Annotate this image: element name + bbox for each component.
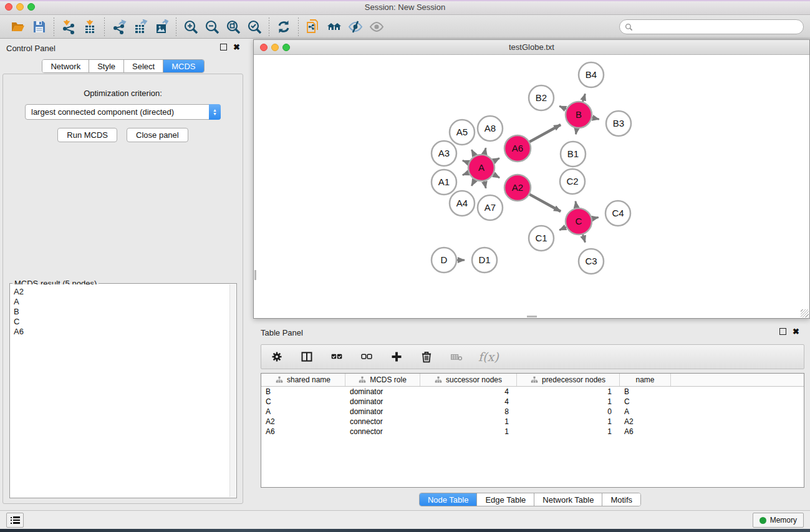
network-window-title: testGlobe.txt: [254, 42, 809, 52]
result-list-scrollbar[interactable]: [229, 284, 236, 497]
memory-button[interactable]: Memory: [753, 513, 804, 528]
delete-column-button[interactable]: [418, 349, 435, 365]
zoom-selected-button[interactable]: [244, 17, 265, 36]
function-builder-button[interactable]: f(x): [478, 349, 499, 365]
panel-menu-button[interactable]: [6, 513, 24, 528]
edge-A6-B[interactable]: [529, 125, 561, 142]
search-input[interactable]: [635, 21, 803, 33]
deselect-all-columns-button[interactable]: [359, 349, 375, 365]
add-column-button[interactable]: [388, 349, 405, 365]
edge-A-A3[interactable]: [463, 160, 469, 163]
edge-A-A5[interactable]: [471, 150, 475, 156]
column-header-label: shared name: [287, 375, 330, 384]
export-network-button[interactable]: [108, 17, 130, 36]
edge-B-B1[interactable]: [576, 128, 577, 135]
tab-mcds[interactable]: MCDS: [163, 60, 203, 72]
table-cell: B: [620, 387, 671, 396]
edge-C-C3[interactable]: [583, 235, 586, 242]
edge-A-A4[interactable]: [471, 180, 475, 186]
vertical-scroll-thumb[interactable]: [254, 270, 256, 280]
node-label-B2: B2: [536, 92, 547, 103]
edge-B-B4[interactable]: [583, 94, 586, 102]
table-row[interactable]: Cdominator41C: [261, 397, 804, 407]
mcds-tab-content: Optimization criterion: largest connecte…: [2, 74, 243, 504]
mcds-result-item[interactable]: A2: [14, 287, 229, 297]
edge-C-C4[interactable]: [592, 217, 599, 218]
open-session-button[interactable]: [7, 17, 29, 36]
optimization-criterion-dropdown[interactable]: largest connected component (directed) ▲…: [25, 104, 221, 120]
node-label-A3: A3: [438, 148, 450, 158]
import-network-button[interactable]: [58, 17, 79, 36]
tab-select[interactable]: Select: [124, 60, 163, 72]
column-header-name[interactable]: name: [620, 374, 671, 386]
column-header-successor-nodes[interactable]: successor nodes: [420, 374, 517, 386]
column-header-shared-name[interactable]: shared name: [261, 374, 345, 386]
table-row[interactable]: A2connector11A2: [261, 417, 804, 427]
run-mcds-button[interactable]: Run MCDS: [57, 128, 117, 142]
search-box: [619, 19, 804, 34]
tab-motifs[interactable]: Motifs: [602, 493, 640, 506]
select-all-columns-button[interactable]: [329, 349, 345, 365]
first-neighbors-button[interactable]: [324, 17, 345, 36]
horizontal-scroll-thumb[interactable]: [527, 316, 537, 317]
tab-node-table[interactable]: Node Table: [420, 493, 478, 506]
memory-label: Memory: [770, 516, 797, 525]
table-cell: C: [261, 397, 345, 406]
mcds-result-item[interactable]: A: [14, 297, 229, 307]
edge-A-A6[interactable]: [493, 158, 499, 162]
node-label-A8: A8: [485, 123, 496, 133]
hide-selected-button[interactable]: [345, 17, 366, 36]
zoom-in-button[interactable]: [180, 17, 201, 36]
new-network-from-selection-button[interactable]: [302, 17, 324, 36]
edge-A-A7[interactable]: [485, 181, 486, 188]
tab-network[interactable]: Network: [42, 60, 89, 72]
column-header-MCDS-role[interactable]: MCDS role: [345, 374, 420, 386]
edge-B-B2[interactable]: [559, 106, 566, 109]
edge-B-B3[interactable]: [592, 118, 599, 119]
column-header-predecessor-nodes[interactable]: predecessor nodes: [517, 374, 620, 386]
show-all-button[interactable]: [366, 17, 387, 36]
import-table-button[interactable]: [79, 17, 100, 36]
edge-C-C1[interactable]: [559, 227, 566, 230]
node-label-C3: C3: [585, 256, 597, 266]
export-image-button[interactable]: [151, 17, 172, 36]
tab-edge-table[interactable]: Edge Table: [477, 493, 534, 506]
float-table-panel-button[interactable]: [779, 328, 786, 335]
delete-table-button[interactable]: [448, 349, 465, 365]
edge-A-A2[interactable]: [493, 175, 499, 178]
table-row[interactable]: A6connector11A6: [261, 427, 804, 437]
table-row[interactable]: Adominator80A: [261, 407, 804, 417]
table-row[interactable]: Bdominator41B: [261, 387, 804, 397]
node-label-C2: C2: [566, 176, 578, 186]
table-cell: 1: [517, 417, 620, 426]
close-panel-button[interactable]: ✖: [233, 44, 240, 51]
edge-A-A8[interactable]: [485, 148, 486, 154]
tab-style[interactable]: Style: [89, 60, 124, 72]
eye-slash-icon: [348, 19, 363, 34]
zoom-fit-button[interactable]: [223, 17, 244, 36]
table-settings-button[interactable]: [269, 349, 285, 365]
tab-network-table[interactable]: Network Table: [534, 493, 602, 506]
mcds-result-item[interactable]: C: [14, 317, 229, 327]
table-cell: A6: [620, 427, 671, 436]
table-cell: A6: [261, 427, 345, 436]
window-resize-grip[interactable]: [801, 309, 809, 317]
close-table-panel-button[interactable]: ✖: [793, 328, 799, 335]
mcds-result-item[interactable]: B: [14, 307, 229, 317]
edge-A2-C[interactable]: [529, 195, 561, 211]
column-layout-button[interactable]: [299, 349, 315, 365]
zoom-out-button[interactable]: [201, 17, 223, 36]
table-cell: B: [261, 387, 345, 396]
table-cell: connector: [345, 427, 420, 436]
mcds-result-item[interactable]: A6: [14, 327, 229, 337]
float-panel-button[interactable]: [220, 44, 227, 51]
export-table-button[interactable]: [130, 17, 151, 36]
refresh-button[interactable]: [273, 17, 294, 36]
edge-C-C2[interactable]: [576, 201, 577, 208]
network-canvas[interactable]: AA1A2A3A4A5A6A7A8BB1B2B3B4CC1C2C3C4DD1: [254, 55, 809, 317]
close-panel-button-mcds[interactable]: Close panel: [127, 128, 188, 142]
network-window-titlebar[interactable]: testGlobe.txt: [254, 40, 809, 55]
save-session-button[interactable]: [29, 17, 50, 36]
edge-A-A1[interactable]: [463, 173, 469, 175]
node-label-B3: B3: [613, 118, 624, 128]
